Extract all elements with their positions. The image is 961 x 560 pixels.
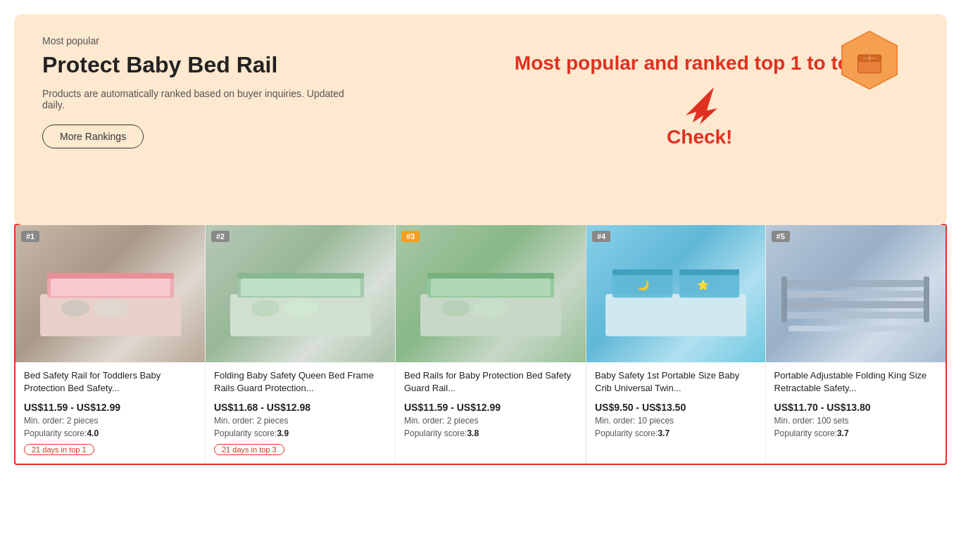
product-name-3: Bed Rails for Baby Protection Bed Safety… xyxy=(404,369,577,396)
box-hex-icon xyxy=(834,28,905,98)
product-name-4: Baby Safety 1st Portable Size Baby Crib … xyxy=(595,369,757,396)
product-info-5: Portable Adjustable Folding King Size Re… xyxy=(766,362,946,464)
product-price-4: US$9.50 - US$13.50 xyxy=(595,402,757,413)
svg-rect-27 xyxy=(679,269,739,275)
rank-badge-4: #4 xyxy=(592,231,610,242)
svg-rect-13 xyxy=(237,273,364,279)
product-name-2: Folding Baby Safety Queen Bed Frame Rail… xyxy=(214,369,387,396)
banner-subtitle: Products are automatically ranked based … xyxy=(42,88,359,110)
svg-rect-7 xyxy=(47,273,174,279)
products-row: #1Bed Safety Rail for Toddlers Baby Prot… xyxy=(14,224,947,465)
svg-rect-30 xyxy=(781,280,929,287)
rank-badge-5: #5 xyxy=(772,231,790,242)
svg-rect-14 xyxy=(241,279,360,296)
svg-point-10 xyxy=(93,299,128,317)
product-price-3: US$11.59 - US$12.99 xyxy=(404,402,577,413)
svg-point-16 xyxy=(283,299,318,317)
product-image-2: #2 xyxy=(206,225,395,362)
banner-cta-text: Most popular and ranked top 1 to top 3! xyxy=(515,49,885,77)
banner-cta-check: Check! xyxy=(667,126,732,148)
product-price-2: US$11.68 - US$12.98 xyxy=(214,402,387,413)
svg-point-22 xyxy=(473,299,508,317)
more-rankings-button[interactable]: More Rankings xyxy=(42,125,144,148)
banner-icon xyxy=(834,28,905,101)
product-image-1: #1 xyxy=(15,225,205,362)
product-card-5[interactable]: #5Portable Adjustable Folding King Size … xyxy=(766,225,946,464)
product-image-3: #3 xyxy=(396,225,586,362)
product-popularity-3: Popularity score:3.8 xyxy=(404,428,577,438)
top-badge-2: 21 days in top 3 xyxy=(214,444,284,455)
svg-rect-31 xyxy=(781,291,929,298)
product-info-1: Bed Safety Rail for Toddlers Baby Protec… xyxy=(15,362,205,464)
product-min-order-1: Min. order: 2 pieces xyxy=(24,416,196,426)
top-badge-1: 21 days in top 1 xyxy=(24,444,94,455)
product-popularity-5: Popularity score:3.7 xyxy=(774,428,937,438)
product-min-order-3: Min. order: 2 pieces xyxy=(404,416,577,426)
highlighted-wrapper: #1Bed Safety Rail for Toddlers Baby Prot… xyxy=(15,225,586,464)
product-card-2[interactable]: #2Folding Baby Safety Queen Bed Frame Ra… xyxy=(206,225,396,464)
banner-title: Protect Baby Bed Rail xyxy=(42,52,481,78)
product-card-4[interactable]: 🌙 ⭐ #4Baby Safety 1st Portable Size Baby… xyxy=(586,225,766,464)
product-name-5: Portable Adjustable Folding King Size Re… xyxy=(774,369,937,396)
svg-rect-26 xyxy=(613,269,672,275)
product-popularity-4: Popularity score:3.7 xyxy=(595,428,757,438)
product-min-order-5: Min. order: 100 sets xyxy=(774,416,937,426)
svg-rect-34 xyxy=(781,276,787,322)
rank-badge-3: #3 xyxy=(401,231,420,242)
svg-point-15 xyxy=(251,300,279,317)
product-info-3: Bed Rails for Baby Protection Bed Safety… xyxy=(396,362,586,464)
svg-rect-32 xyxy=(781,301,929,308)
rank-badge-1: #1 xyxy=(21,231,39,242)
product-min-order-2: Min. order: 2 pieces xyxy=(214,416,387,426)
svg-rect-20 xyxy=(431,279,551,296)
product-info-2: Folding Baby Safety Queen Bed Frame Rail… xyxy=(206,362,395,464)
product-info-4: Baby Safety 1st Portable Size Baby Crib … xyxy=(586,362,765,464)
svg-rect-36 xyxy=(789,326,922,331)
rank-badge-2: #2 xyxy=(211,231,230,242)
product-image-4: 🌙 ⭐ #4 xyxy=(586,225,765,362)
product-price-1: US$11.59 - US$12.99 xyxy=(24,402,196,413)
arrow-icon xyxy=(672,84,728,126)
svg-rect-8 xyxy=(51,279,170,296)
svg-text:⭐: ⭐ xyxy=(697,279,710,291)
svg-rect-19 xyxy=(427,273,554,279)
svg-point-21 xyxy=(441,300,470,317)
product-min-order-4: Min. order: 10 pieces xyxy=(595,416,757,426)
product-card-3[interactable]: #3Bed Rails for Baby Protection Bed Safe… xyxy=(396,225,586,464)
banner-section: Most popular Protect Baby Bed Rail Produ… xyxy=(14,14,947,225)
product-popularity-1: Popularity score:4.0 xyxy=(24,428,196,438)
product-popularity-2: Popularity score:3.9 xyxy=(214,428,387,438)
svg-rect-23 xyxy=(605,294,746,336)
banner-left: Most popular Protect Baby Bed Rail Produ… xyxy=(42,35,481,148)
product-price-5: US$11.70 - US$13.80 xyxy=(774,402,937,413)
svg-rect-35 xyxy=(924,276,929,322)
svg-text:🌙: 🌙 xyxy=(637,279,650,291)
svg-point-9 xyxy=(61,300,89,317)
product-name-1: Bed Safety Rail for Toddlers Baby Protec… xyxy=(24,369,196,396)
product-image-5: #5 xyxy=(766,225,946,362)
product-card-1[interactable]: #1Bed Safety Rail for Toddlers Baby Prot… xyxy=(15,225,206,464)
svg-rect-33 xyxy=(781,312,929,319)
banner-tag: Most popular xyxy=(42,35,481,46)
